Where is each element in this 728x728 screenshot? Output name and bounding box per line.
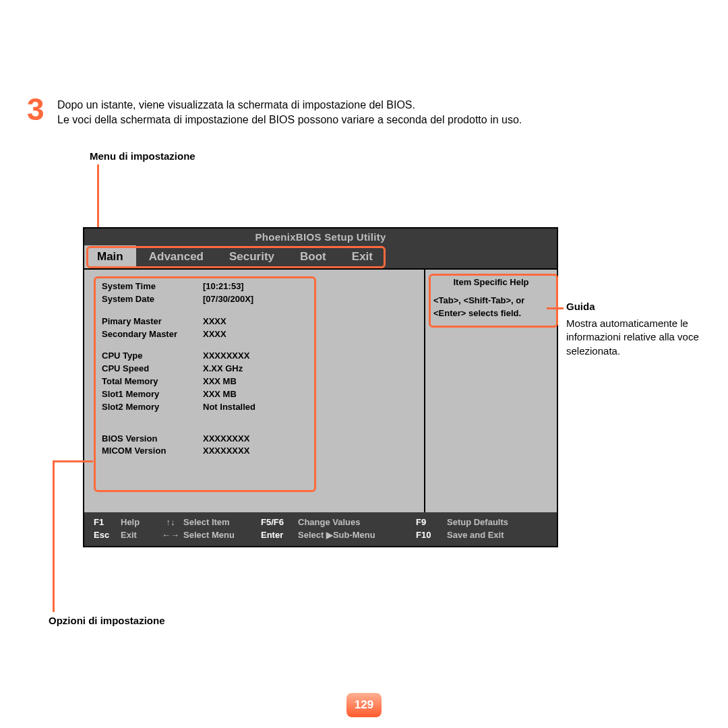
footer-action: Exit bbox=[121, 529, 158, 542]
footer-action: Help bbox=[121, 516, 158, 529]
bios-row: System Date[07/30/200X] bbox=[102, 293, 411, 306]
bios-row: Slot1 MemoryXXX MB bbox=[102, 388, 411, 401]
step-number: 3 bbox=[27, 91, 44, 127]
callout-menu-leader bbox=[97, 164, 99, 227]
callout-menu-label: Menu di impostazione bbox=[90, 150, 195, 162]
footer-desc: Select Menu bbox=[183, 529, 261, 542]
step-text: Dopo un istante, viene visualizzata la s… bbox=[57, 98, 522, 128]
row-gap bbox=[102, 423, 411, 433]
bios-row-value: Not Installed bbox=[203, 401, 255, 414]
bios-row-key: CPU Speed bbox=[102, 363, 203, 375]
bios-row: Secondary MasterXXXX bbox=[102, 328, 411, 341]
row-gap bbox=[102, 306, 411, 315]
bios-row: CPU TypeXXXXXXXX bbox=[102, 350, 411, 363]
footer-desc: Select Item bbox=[183, 516, 261, 529]
callout-options-leader-v bbox=[53, 460, 55, 612]
bios-row-value: XXXX bbox=[203, 315, 226, 328]
bios-left-panel: System Time[10:21:53]System Date[07/30/2… bbox=[84, 270, 425, 512]
bios-row: System Time[10:21:53] bbox=[102, 280, 411, 293]
bios-row-key: Slot1 Memory bbox=[102, 388, 203, 401]
callout-options-label: Opzioni di impostazione bbox=[49, 615, 165, 626]
footer-arrows: ←→ bbox=[158, 529, 183, 542]
bios-window: PhoenixBIOS Setup Utility Main Advanced … bbox=[83, 227, 558, 547]
bios-row-value: XXX MB bbox=[203, 375, 237, 388]
bios-help-panel: Item Specific Help <Tab>, <Shift-Tab>, o… bbox=[425, 270, 557, 512]
footer-desc: Save and Exit bbox=[447, 529, 504, 542]
bios-row: CPU SpeedX.XX GHz bbox=[102, 363, 411, 375]
footer-key: Enter bbox=[261, 529, 298, 542]
bios-row-value: X.XX GHz bbox=[203, 363, 243, 375]
help-text-line1: <Tab>, <Shift-Tab>, or bbox=[433, 295, 549, 307]
footer-key: F10 bbox=[416, 529, 447, 542]
bios-row-key: Secondary Master bbox=[102, 328, 203, 341]
tab-boot[interactable]: Boot bbox=[287, 245, 339, 268]
bios-row-value: [07/30/200X] bbox=[203, 293, 253, 306]
bios-body: System Time[10:21:53]System Date[07/30/2… bbox=[84, 268, 557, 512]
bios-row-value: XXX MB bbox=[203, 388, 237, 401]
bios-row-value: XXXXXXXX bbox=[203, 433, 249, 446]
bios-tabs: Main Advanced Security Boot Exit bbox=[84, 245, 557, 268]
footer-key: F5/F6 bbox=[261, 516, 298, 529]
tab-main[interactable]: Main bbox=[84, 245, 136, 268]
footer-line1: F1 Help ↑↓ Select Item F5/F6 Change Valu… bbox=[94, 516, 547, 529]
footer-desc: Select ▶Sub-Menu bbox=[298, 529, 416, 542]
footer-line2: Esc Exit ←→ Select Menu Enter Select ▶Su… bbox=[94, 529, 547, 542]
page-number-badge: 129 bbox=[346, 693, 382, 717]
bios-row-key: Total Memory bbox=[102, 375, 203, 388]
bios-row: Pimary MasterXXXX bbox=[102, 315, 411, 328]
footer-desc: Setup Defaults bbox=[447, 516, 508, 529]
bios-row: Slot2 MemoryNot Installed bbox=[102, 401, 411, 414]
bios-footer: F1 Help ↑↓ Select Item F5/F6 Change Valu… bbox=[84, 512, 557, 546]
bios-row-key: System Time bbox=[102, 280, 203, 293]
bios-row-key: CPU Type bbox=[102, 350, 203, 363]
step-line2: Le voci della schermata di impostazione … bbox=[57, 113, 522, 127]
bios-row-value: [10:21:53] bbox=[203, 280, 244, 293]
row-gap bbox=[102, 414, 411, 423]
help-text-line2: <Enter> selects field. bbox=[433, 307, 549, 320]
bios-row-key: System Date bbox=[102, 293, 203, 306]
footer-key: Esc bbox=[94, 529, 121, 542]
bios-row-value: XXXXXXXX bbox=[203, 350, 249, 363]
footer-desc: Change Values bbox=[298, 516, 416, 529]
bios-row-key: Slot2 Memory bbox=[102, 401, 203, 414]
callout-options-leader-h bbox=[53, 460, 93, 462]
footer-arrows: ↑↓ bbox=[158, 516, 183, 529]
help-title: Item Specific Help bbox=[433, 276, 549, 289]
bios-row-key: BIOS Version bbox=[102, 433, 203, 446]
bios-row-key: Pimary Master bbox=[102, 315, 203, 328]
footer-key: F9 bbox=[416, 516, 447, 529]
bios-row: BIOS VersionXXXXXXXX bbox=[102, 433, 411, 446]
callout-guide-label: Guida bbox=[566, 301, 595, 312]
bios-row-key: MICOM Version bbox=[102, 445, 203, 458]
bios-title: PhoenixBIOS Setup Utility bbox=[84, 229, 557, 245]
tab-advanced[interactable]: Advanced bbox=[136, 245, 216, 268]
footer-key: F1 bbox=[94, 516, 121, 529]
bios-row-value: XXXXXXXX bbox=[203, 445, 249, 458]
bios-row-value: XXXX bbox=[203, 328, 226, 341]
bios-row: MICOM VersionXXXXXXXX bbox=[102, 445, 411, 458]
callout-guide-text: Mostra automaticamente le informazioni r… bbox=[566, 317, 704, 358]
callout-guide-leader bbox=[547, 307, 564, 309]
tab-exit[interactable]: Exit bbox=[339, 245, 386, 268]
bios-row: Total MemoryXXX MB bbox=[102, 375, 411, 388]
step-line1: Dopo un istante, viene visualizzata la s… bbox=[57, 98, 522, 113]
row-gap bbox=[102, 340, 411, 350]
tab-security[interactable]: Security bbox=[216, 245, 287, 268]
